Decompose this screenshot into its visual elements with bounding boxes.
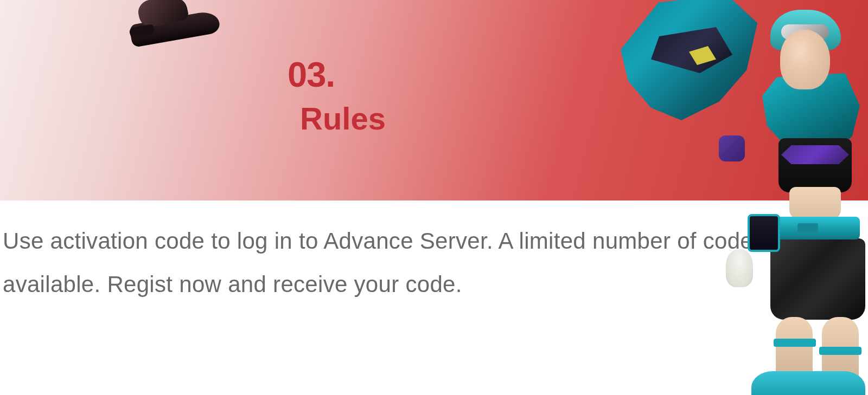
boot-icon [117, 0, 225, 46]
content-section: Use activation code to log in to Advance… [0, 200, 868, 395]
hero-section: 03. Rules [0, 0, 868, 200]
section-number: 03. [288, 54, 335, 95]
rules-description: Use activation code to log in to Advance… [3, 219, 868, 306]
section-title: Rules [300, 100, 386, 137]
